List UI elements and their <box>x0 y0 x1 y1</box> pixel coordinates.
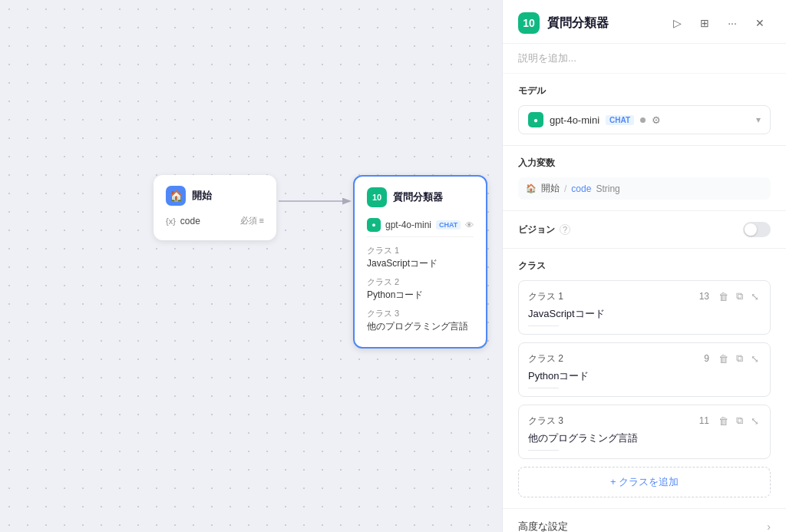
classifier-model-name: gpt-4o-mini <box>385 220 431 230</box>
vision-row: ビジョン ? <box>518 222 771 237</box>
canvas-area: 🏠 開始 {x} code 必須 ≡ 10 質問分類器 ● gpt-4o-min… <box>0 0 502 532</box>
class-row-3-header: クラス 3 11 🗑 ⧉ ⤡ <box>528 413 761 428</box>
class-2-delete-btn[interactable]: 🗑 <box>717 351 730 366</box>
class-3-divider <box>528 450 559 451</box>
classifier-model-row: ● gpt-4o-mini CHAT 👁 <box>367 213 474 237</box>
input-vars-section: 入力変数 🏠 開始 / code String <box>503 146 786 211</box>
var-source: 🏠 <box>526 183 537 193</box>
panel-header: 10 質問分類器 ▷ ⊞ ··· ✕ <box>503 0 786 44</box>
classes-label: クラス <box>518 259 771 273</box>
model-dot <box>640 117 646 123</box>
classifier-node-icon: 10 <box>367 187 387 207</box>
start-node-title: 開始 <box>192 189 212 203</box>
class-row-1-header: クラス 1 13 🗑 ⧉ ⤡ <box>528 289 761 304</box>
classes-section: クラス クラス 1 13 🗑 ⧉ ⤡ JavaScriptコード クラス 2 9 <box>503 249 786 509</box>
model-selector-name: gpt-4o-mini <box>550 114 599 126</box>
split-button[interactable]: ⊞ <box>694 12 715 34</box>
field-name: code <box>180 216 200 226</box>
model-section-label: モデル <box>518 84 771 97</box>
classifier-node-title: 質問分類器 <box>393 190 443 204</box>
model-selector-icon: ● <box>528 112 543 127</box>
class-row-2: クラス 2 9 🗑 ⧉ ⤡ Pythonコード <box>518 342 771 397</box>
start-node[interactable]: 🏠 開始 {x} code 必須 ≡ <box>154 175 276 240</box>
input-var-type: String <box>596 183 619 194</box>
classifier-model-icon: ● <box>367 218 381 232</box>
model-section: モデル ● gpt-4o-mini CHAT ⚙ ▾ <box>503 74 786 146</box>
model-selector[interactable]: ● gpt-4o-mini CHAT ⚙ ▾ <box>518 105 771 134</box>
class-1-value: JavaScriptコード <box>528 307 761 321</box>
class-2-divider <box>528 388 559 388</box>
classifier-class-2: クラス 2 Pythonコード <box>367 273 474 305</box>
class-row-2-header: クラス 2 9 🗑 ⧉ ⤡ <box>528 351 761 366</box>
class-1-copy-btn[interactable]: ⧉ <box>735 289 745 304</box>
vision-label: ビジョン <box>518 223 555 236</box>
class-2-value: Pythonコード <box>528 369 761 383</box>
class-row-3: クラス 3 11 🗑 ⧉ ⤡ 他のプログラミング言語 <box>518 405 771 459</box>
field-variable-icon: {x} <box>166 216 176 226</box>
classifier-node[interactable]: 10 質問分類器 ● gpt-4o-mini CHAT 👁 クラス 1 Java… <box>353 175 487 349</box>
start-node-field: {x} code 必須 ≡ <box>166 212 264 230</box>
classifier-node-header: 10 質問分類器 <box>367 187 474 207</box>
toggle-thumb <box>745 223 757 236</box>
class-2-label: クラス 2 <box>528 352 704 365</box>
panel-description[interactable]: 説明を追加... <box>503 44 786 74</box>
run-button[interactable]: ▷ <box>666 12 688 34</box>
vision-section: ビジョン ? <box>503 211 786 249</box>
vision-toggle[interactable] <box>743 222 771 237</box>
class-1-label: クラス 1 <box>528 290 699 303</box>
description-placeholder: 説明を追加... <box>518 52 576 64</box>
class-1-count: 13 <box>699 291 709 302</box>
start-node-header: 🏠 開始 <box>166 186 264 206</box>
input-var-name: code <box>571 183 591 194</box>
panel-app-icon: 10 <box>518 12 540 34</box>
class-2-actions: 🗑 ⧉ ⤡ <box>717 351 761 366</box>
class-3-count: 11 <box>699 415 709 426</box>
class-2-expand-btn[interactable]: ⤡ <box>749 351 761 366</box>
classifier-chat-badge: CHAT <box>436 220 461 230</box>
class-1-expand-btn[interactable]: ⤡ <box>749 289 761 304</box>
vision-help-icon: ? <box>560 224 570 235</box>
class-1-actions: 🗑 ⧉ ⤡ <box>717 289 761 304</box>
class-1-divider <box>528 325 559 326</box>
input-var-row: 🏠 開始 / code String <box>518 177 771 200</box>
close-button[interactable]: ✕ <box>749 12 771 34</box>
model-settings-icon[interactable]: ⚙ <box>652 114 661 126</box>
input-vars-label: 入力変数 <box>518 157 771 170</box>
start-node-icon: 🏠 <box>166 186 186 206</box>
class-3-actions: 🗑 ⧉ ⤡ <box>717 413 761 428</box>
classifier-classes-list: クラス 1 JavaScriptコード クラス 2 Pythonコード クラス … <box>367 242 474 336</box>
eye-icon: 👁 <box>465 220 474 230</box>
classifier-class-1: クラス 1 JavaScriptコード <box>367 242 474 273</box>
model-chevron-icon: ▾ <box>756 114 761 125</box>
field-required: 必須 ≡ <box>240 215 264 226</box>
panel-header-actions: ▷ ⊞ ··· ✕ <box>666 12 771 34</box>
advanced-settings-label: 高度な設定 <box>518 520 767 532</box>
class-3-label: クラス 3 <box>528 415 699 428</box>
class-3-delete-btn[interactable]: 🗑 <box>717 413 730 428</box>
class-2-copy-btn[interactable]: ⧉ <box>735 351 745 366</box>
class-3-expand-btn[interactable]: ⤡ <box>749 413 761 428</box>
classifier-class-3: クラス 3 他のプログラミング言語 <box>367 305 474 336</box>
class-row-1: クラス 1 13 🗑 ⧉ ⤡ JavaScriptコード <box>518 280 771 335</box>
input-source-name: 開始 <box>541 182 560 195</box>
advanced-settings-row[interactable]: 高度な設定 › <box>503 509 786 532</box>
class-1-delete-btn[interactable]: 🗑 <box>717 289 730 304</box>
class-3-value: 他のプログラミング言語 <box>528 431 761 445</box>
add-class-button[interactable]: + クラスを追加 <box>518 467 771 497</box>
model-selector-badge: CHAT <box>606 115 634 125</box>
class-3-copy-btn[interactable]: ⧉ <box>735 413 745 428</box>
more-button[interactable]: ··· <box>722 12 743 34</box>
add-class-label: + クラスを追加 <box>610 475 679 489</box>
right-panel: 10 質問分類器 ▷ ⊞ ··· ✕ 説明を追加... モデル ● gpt-4o… <box>502 0 786 532</box>
advanced-chevron-icon: › <box>767 520 771 532</box>
class-2-count: 9 <box>704 353 709 364</box>
panel-title: 質問分類器 <box>547 15 659 31</box>
